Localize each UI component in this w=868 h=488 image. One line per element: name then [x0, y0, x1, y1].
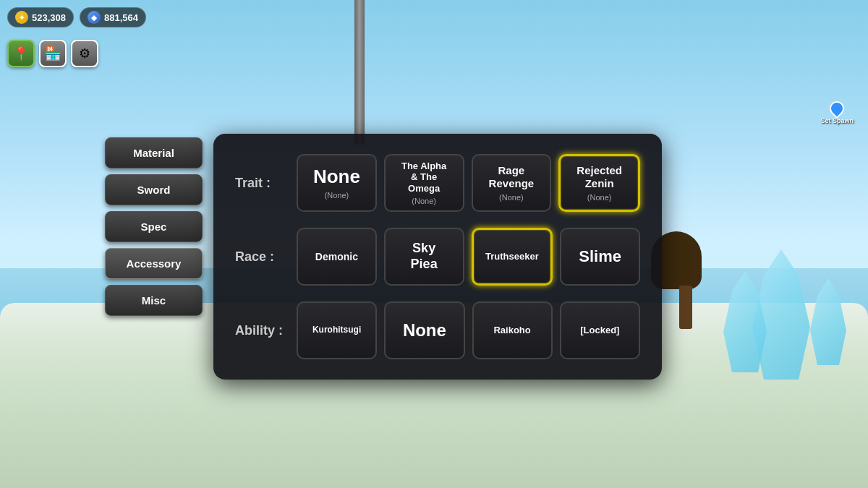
trait-card-rejected-zenin[interactable]: RejectedZenin (None)	[558, 154, 640, 212]
trait-cards: None (None) The Alpha& TheOmega (None) R…	[297, 154, 640, 212]
race-card-sky-piea[interactable]: SkyPiea	[384, 228, 464, 286]
trait-card-rage-revenge[interactable]: RageRevenge (None)	[472, 154, 552, 212]
gold-icon: ✦	[15, 11, 28, 24]
gem-icon: ◆	[88, 11, 101, 24]
ability-card-locked[interactable]: [Locked]	[560, 301, 640, 359]
ability-kurohitsugi-text: Kurohitsugi	[312, 325, 361, 335]
shop-button[interactable]: 🏪	[39, 40, 67, 67]
ability-none-text: None	[403, 320, 446, 341]
ability-row: Ability : Kurohitsugi None Raikoho [Lock…	[235, 301, 640, 359]
race-truthseeker-text: Truthseeker	[485, 252, 539, 262]
trait-rejected-zenin-sub: (None)	[587, 193, 612, 202]
sidebar-item-spec[interactable]: Spec	[105, 211, 203, 242]
gem-badge: ◆ 881,564	[80, 7, 146, 27]
trait-rejected-zenin-text: RejectedZenin	[576, 164, 622, 190]
spawn-indicator: Set Spawn	[820, 101, 854, 124]
race-card-truthseeker[interactable]: Truthseeker	[472, 228, 553, 286]
ability-raikoho-text: Raikoho	[493, 325, 530, 336]
trait-card-none[interactable]: None (None)	[297, 154, 377, 212]
trait-label: Trait :	[235, 176, 297, 191]
trait-rage-revenge-sub: (None)	[499, 193, 524, 202]
trait-rage-revenge-text: RageRevenge	[489, 164, 535, 190]
trait-alpha-omega-text: The Alpha& TheOmega	[401, 160, 446, 194]
trait-alpha-omega-sub: (None)	[412, 197, 436, 205]
sidebar-item-sword[interactable]: Sword	[105, 174, 203, 205]
race-label: Race :	[235, 249, 297, 265]
sidebar-item-accessory[interactable]: Accessory	[105, 248, 203, 279]
ability-label: Ability :	[235, 323, 297, 338]
ability-cards: Kurohitsugi None Raikoho [Locked]	[297, 301, 640, 359]
gold-badge: ✦ 523,308	[7, 7, 74, 27]
race-row: Race : Demonic SkyPiea Truthseeker Slime	[235, 228, 640, 286]
ability-card-none[interactable]: None	[384, 301, 464, 359]
main-panel: Trait : None (None) The Alpha& TheOmega …	[213, 134, 662, 380]
map-button[interactable]: 📍	[7, 40, 35, 67]
race-cards: Demonic SkyPiea Truthseeker Slime	[297, 228, 640, 286]
trait-row: Trait : None (None) The Alpha& TheOmega …	[235, 154, 640, 212]
trait-none-text: None	[313, 166, 360, 188]
race-sky-piea-text: SkyPiea	[411, 241, 438, 272]
spawn-dot	[827, 98, 847, 119]
sidebar-item-material[interactable]: Material	[105, 137, 203, 168]
trait-none-sub: (None)	[325, 191, 349, 200]
race-slime-text: Slime	[579, 247, 621, 265]
ability-card-raikoho[interactable]: Raikoho	[472, 301, 553, 359]
tree-trunk	[679, 286, 692, 329]
gem-amount: 881,564	[104, 12, 138, 23]
trait-card-alpha-omega[interactable]: The Alpha& TheOmega (None)	[384, 154, 464, 212]
top-bar: ✦ 523,308 ◆ 881,564	[7, 7, 146, 27]
top-icon-buttons: 📍 🏪 ⚙	[7, 40, 98, 67]
ability-card-kurohitsugi[interactable]: Kurohitsugi	[297, 301, 377, 359]
ability-locked-text: [Locked]	[580, 325, 619, 336]
race-card-slime[interactable]: Slime	[560, 228, 640, 286]
pole	[354, 0, 365, 145]
sidebar: Material Sword Spec Accessory Misc	[105, 137, 203, 316]
gold-amount: 523,308	[32, 12, 66, 23]
race-card-demonic[interactable]: Demonic	[297, 228, 377, 286]
settings-button[interactable]: ⚙	[71, 40, 98, 67]
tree	[670, 231, 702, 329]
race-demonic-text: Demonic	[315, 251, 358, 262]
sidebar-item-misc[interactable]: Misc	[105, 285, 203, 316]
